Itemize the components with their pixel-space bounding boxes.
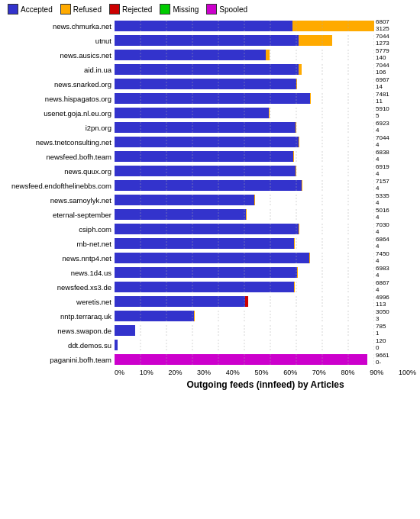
x-label: 10%	[140, 369, 153, 376]
bar-values: 71574	[376, 179, 389, 192]
bar-label: news.swapon.de	[4, 327, 115, 335]
table-row: newsfeed.bofh.team68384	[4, 150, 416, 163]
bar-label: mb-net.net	[4, 240, 115, 248]
bar-segment-accepted	[115, 137, 299, 147]
bar-values: 50164	[376, 208, 389, 221]
bar-values: 7851	[376, 324, 386, 337]
bar-label: news.samoylyk.net	[4, 196, 115, 205]
bar-label: i2pn.org	[4, 124, 115, 132]
bar-values: 59105	[376, 106, 389, 120]
x-label: 40%	[226, 369, 240, 376]
table-row: newsfeed.xs3.de68674	[4, 280, 416, 294]
bar-label: news.nntp4.net	[4, 254, 115, 263]
legend-missing: Missing	[160, 4, 199, 15]
bar-label: news.hispagatos.org	[4, 95, 115, 103]
bar-values: 70304	[376, 222, 389, 236]
bar-track	[115, 340, 374, 350]
legend-accepted: Accepted	[8, 4, 53, 15]
bar-label: usenet.goja.nl.eu.org	[4, 109, 115, 118]
x-axis-labels: 0%10%20%30%40%50%60%70%80%90%100%	[115, 369, 416, 376]
chart-container: Accepted Refused Rejected Missing Spoole…	[0, 0, 420, 519]
legend-color-spooled	[206, 4, 217, 15]
bar-segment-accepted	[115, 166, 296, 176]
bars-container: news.chmurka.net68073125utnut70441273new…	[4, 19, 416, 366]
legend-color-refused	[60, 4, 71, 15]
bar-label: eternal-september	[4, 211, 115, 219]
bar-track	[115, 238, 374, 249]
bar-track	[115, 166, 374, 176]
table-row: news.hispagatos.org748111	[4, 92, 416, 105]
bar-segment-accepted	[115, 209, 246, 220]
bar-label: news.snarked.org	[4, 80, 115, 89]
x-label: 90%	[370, 369, 383, 376]
bar-segment-accepted	[115, 325, 135, 336]
bar-segment-refused	[299, 35, 332, 46]
bar-segment-accepted	[115, 267, 297, 278]
bar-track	[115, 35, 374, 46]
bar-values: 68073125	[376, 19, 389, 33]
bar-segment-accepted	[115, 50, 266, 60]
bar-track	[115, 311, 374, 321]
bar-segment-rejected	[245, 296, 248, 307]
table-row: news.samoylyk.net53354	[4, 193, 416, 207]
bar-label: newsfeed.bofh.team	[4, 153, 115, 161]
bar-segment-accepted	[115, 21, 292, 31]
bar-values: 5779140	[376, 48, 389, 62]
legend-label-accepted: Accepted	[21, 5, 53, 14]
bar-label: utnut	[4, 37, 115, 45]
bar-values: 69234	[376, 121, 389, 134]
bar-label: ddt.demos.su	[4, 341, 115, 350]
bar-track	[115, 253, 374, 263]
bar-values: 696714	[376, 77, 389, 91]
bar-label: csiph.com	[4, 225, 115, 234]
bar-values: 7044106	[376, 63, 389, 76]
bar-segment-accepted	[115, 180, 302, 191]
bar-segment-accepted	[115, 108, 269, 118]
bar-track	[115, 354, 374, 365]
bar-track	[115, 151, 374, 162]
bar-values: 96610-	[376, 353, 389, 366]
bar-segment-accepted	[115, 340, 118, 350]
bar-values: 70444	[376, 135, 389, 149]
bar-segment-accepted	[115, 282, 294, 292]
bar-values: 68384	[376, 150, 389, 163]
table-row: news.1d4.us69834	[4, 266, 416, 279]
legend-refused: Refused	[60, 4, 102, 15]
bar-track	[115, 79, 374, 89]
x-label: 50%	[254, 369, 268, 376]
bar-segment-accepted	[115, 35, 299, 46]
legend-label-spooled: Spooled	[219, 5, 247, 14]
table-row: news.swapon.de7851	[4, 324, 416, 337]
bar-segment-accepted	[115, 238, 294, 249]
bar-segment-accepted	[115, 64, 299, 75]
x-label: 100%	[399, 369, 416, 376]
bar-values: 74504	[376, 251, 389, 265]
bar-label: weretis.net	[4, 298, 115, 306]
bar-track	[115, 267, 374, 278]
bar-values: 30503	[376, 309, 389, 323]
table-row: csiph.com70304	[4, 222, 416, 236]
bar-track	[115, 93, 374, 104]
legend-color-accepted	[8, 4, 18, 15]
table-row: paganini.bofh.team96610-	[4, 353, 416, 366]
bar-label: news.quux.org	[4, 167, 115, 176]
table-row: i2pn.org69234	[4, 121, 416, 134]
legend-label-refused: Refused	[73, 5, 102, 14]
bar-track	[115, 50, 374, 60]
table-row: nntp.terraraq.uk30503	[4, 309, 416, 323]
x-label: 80%	[341, 369, 355, 376]
bar-label: newsfeed.xs3.de	[4, 283, 115, 292]
bar-values: 1200	[376, 338, 386, 352]
bar-segment-accepted	[115, 151, 293, 162]
x-label: 60%	[283, 369, 297, 376]
bar-segment-accepted	[115, 93, 310, 104]
legend-color-missing	[160, 4, 170, 15]
table-row: news.nntp4.net74504	[4, 251, 416, 265]
bar-values: 69194	[376, 164, 389, 178]
table-row: news.snarked.org696714	[4, 77, 416, 91]
bar-values: 68644	[376, 237, 389, 250]
table-row: news.quux.org69194	[4, 164, 416, 178]
bar-segment-refused	[266, 50, 270, 60]
bar-track	[115, 224, 374, 234]
x-axis: 0%10%20%30%40%50%60%70%80%90%100%	[115, 369, 416, 376]
